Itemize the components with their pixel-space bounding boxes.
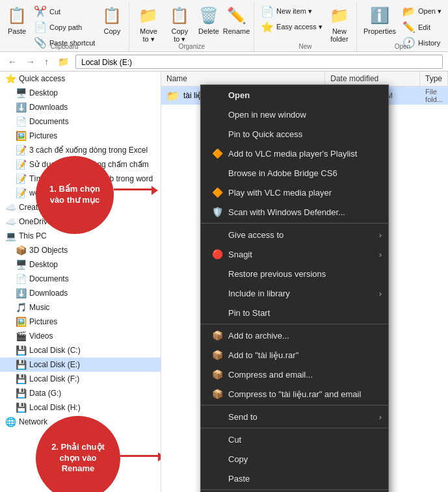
sidebar-item-music[interactable]: 🎵 Music: [0, 300, 161, 315]
delete-button[interactable]: 🗑️ Delete: [196, 4, 222, 36]
cm-item-add-tailieu-rar[interactable]: 📦Add to "tài liệu.rar": [201, 345, 388, 365]
properties-button[interactable]: ℹ️ Properties: [361, 4, 399, 36]
paste-label: Paste: [8, 27, 26, 35]
sidebar-item-pictures[interactable]: 🖼️ Pictures: [0, 129, 161, 143]
sidebar-icon-3d-objects: 📦: [16, 245, 27, 255]
cm-item-add-vlc[interactable]: 🔶Add to VLC media player's Playlist: [201, 144, 388, 163]
edit-button[interactable]: ✏️ Edit: [400, 19, 444, 34]
sidebar-label-local-c: Local Disk (C:): [29, 346, 81, 355]
cm-item-compress-tailieu-email[interactable]: 📦Compress to "tài liệu.rar" and email: [201, 384, 388, 404]
cm-item-open[interactable]: Open: [201, 85, 388, 105]
sidebar-label-excel-link: 3 cách để xuống dòng trong Excel: [29, 146, 148, 155]
easy-access-label: Easy access ▾: [276, 23, 323, 31]
cm-icon-play-vlc: 🔶: [211, 187, 223, 198]
open-button[interactable]: 📂 Open ▾: [400, 4, 444, 19]
sidebar-item-3d-objects[interactable]: 📦 3D Objects: [0, 243, 161, 257]
copy-button[interactable]: 📋 Copy: [99, 4, 125, 36]
cm-label-snagit: Snagit: [228, 250, 252, 259]
copy-to-button[interactable]: 📋 Copy to ▾: [165, 4, 194, 45]
cm-item-scan-defender[interactable]: 🛡️Scan with Windows Defender...: [201, 202, 388, 222]
cm-item-snagit[interactable]: 🔴Snagit›: [201, 244, 388, 264]
cut-icon: ✂️: [34, 5, 47, 18]
sidebar-icon-music: 🎵: [16, 302, 27, 313]
new-item-button[interactable]: 📄 New item ▾: [258, 4, 325, 19]
cm-item-paste[interactable]: Paste: [201, 469, 388, 488]
sidebar-item-documents2[interactable]: 📄 Documents: [0, 272, 161, 286]
sidebar-icon-documents2: 📄: [16, 274, 27, 284]
sidebar-label-downloads2: Downloads: [29, 289, 68, 298]
new-folder-label: New folder: [329, 27, 350, 43]
sidebar-item-downloads2[interactable]: ⬇️ Downloads: [0, 286, 161, 300]
rename-button[interactable]: ✏️ Rename: [223, 4, 250, 36]
cm-arrow-send-to: ›: [379, 412, 382, 422]
ribbon-group-open: ℹ️ Properties 📂 Open ▾ ✏️ Edit 🕐 History…: [357, 3, 448, 51]
callout-1-arrow: [114, 188, 153, 190]
new-folder-icon: 📁: [329, 5, 350, 26]
col-date-header[interactable]: Date modified: [325, 71, 420, 86]
cm-item-pin-start[interactable]: Pin to Start: [201, 303, 388, 322]
new-folder-button[interactable]: 📁 New folder: [326, 4, 352, 44]
sidebar-icon-downloads: ⬇️: [16, 102, 27, 112]
cm-item-browse-adobe[interactable]: Browse in Adobe Bridge CS6: [201, 163, 388, 183]
cm-icon-pin-start: [211, 307, 223, 318]
paste-button[interactable]: 📋 Paste: [4, 4, 30, 36]
cut-button[interactable]: ✂️ Cut: [31, 4, 98, 19]
sidebar-icon-local-e: 💾: [16, 359, 27, 370]
cm-item-add-archive[interactable]: 📦Add to archive...: [201, 326, 388, 345]
easy-access-icon: ⭐: [261, 21, 274, 33]
sidebar-icon-creative-cloud: ☁️: [5, 202, 16, 213]
sidebar-item-quick-access[interactable]: ⭐ Quick access: [0, 71, 161, 86]
sidebar-icon-downloads2: ⬇️: [16, 288, 27, 298]
sidebar-item-local-h[interactable]: 💾 Local Disk (H:): [0, 400, 161, 415]
open-label: Open ▾: [418, 7, 441, 16]
cm-item-copy[interactable]: Copy: [201, 449, 388, 469]
copy-path-button[interactable]: 📄 Copy path: [31, 19, 98, 34]
cm-item-pin-quick-access[interactable]: Pin to Quick access: [201, 124, 388, 144]
cm-item-send-to[interactable]: Send to›: [201, 407, 388, 426]
col-type-header[interactable]: Type: [420, 71, 448, 86]
cm-label-open-new-window: Open in new window: [228, 110, 306, 120]
clipboard-small-buttons: ✂️ Cut 📄 Copy path 📎 Paste shortcut: [31, 4, 98, 59]
callout-1: 1. Bấm chọn vào thư mục: [36, 156, 114, 234]
cm-item-cut[interactable]: Cut: [201, 430, 388, 449]
cm-item-compress-email[interactable]: 📦Compress and email...: [201, 365, 388, 384]
sidebar-label-music: Music: [29, 303, 49, 312]
sidebar-item-local-f[interactable]: 💾 Local Disk (F:): [0, 372, 161, 386]
left-panel: ⭐ Quick access🖥️ Desktop⬇️ Downloads📄 Do…: [0, 71, 161, 492]
sidebar-item-excel-link[interactable]: 📝 3 cách để xuống dòng trong Excel: [0, 143, 161, 157]
sidebar-item-local-c[interactable]: 💾 Local Disk (C:): [0, 343, 161, 357]
clipboard-group-label: Clipboard: [0, 43, 129, 50]
cm-icon-scan-defender: 🛡️: [211, 206, 223, 218]
sidebar-icon-network: 🌐: [5, 417, 16, 427]
sidebar-item-data-g[interactable]: 💾 Data (G:): [0, 386, 161, 400]
sidebar-icon-tab-word-link: 📝: [16, 174, 27, 184]
cm-item-open-new-window[interactable]: Open in new window: [201, 105, 388, 124]
sidebar-label-local-e: Local Disk (E:): [29, 360, 80, 369]
cm-item-restore-versions[interactable]: Restore previous versions: [201, 264, 388, 283]
sidebar-item-pictures2[interactable]: 🖼️ Pictures: [0, 315, 161, 329]
right-panel: Name Date modified Type 📁 tài liệu 10/01…: [161, 71, 448, 492]
cm-label-browse-adobe: Browse in Adobe Bridge CS6: [228, 168, 337, 178]
sidebar-icon-pictures2: 🖼️: [16, 317, 27, 327]
cm-item-play-vlc[interactable]: 🔶Play with VLC media player: [201, 183, 388, 202]
sidebar-item-desktop2[interactable]: 🖥️ Desktop: [0, 257, 161, 272]
sidebar-item-documents[interactable]: 📄 Documents: [0, 114, 161, 129]
sidebar-label-desktop2: Desktop: [29, 260, 58, 269]
sidebar-item-local-e[interactable]: 💾 Local Disk (E:): [0, 357, 161, 372]
cm-item-include-library[interactable]: Include in library›: [201, 283, 388, 303]
sidebar-icon-desktop: 🖥️: [16, 88, 27, 98]
cm-icon-snagit: 🔴: [211, 248, 223, 260]
col-name-header[interactable]: Name: [161, 71, 325, 86]
callout-1-text: 1. Bấm chọn vào thư mục: [42, 184, 107, 206]
sidebar-item-videos[interactable]: 🎬 Videos: [0, 329, 161, 343]
cm-item-give-access[interactable]: Give access to›: [201, 225, 388, 244]
cm-separator: [201, 428, 388, 428]
move-to-button[interactable]: 📁 Move to ▾: [133, 4, 163, 45]
sidebar-item-desktop[interactable]: 🖥️ Desktop: [0, 86, 161, 100]
callout-2-arrow: [120, 455, 159, 457]
sidebar-icon-local-h: 💾: [16, 402, 27, 413]
sidebar-icon-blog-link: 📝: [16, 188, 27, 198]
easy-access-button[interactable]: ⭐ Easy access ▾: [258, 19, 325, 34]
sidebar-item-downloads[interactable]: ⬇️ Downloads: [0, 100, 161, 114]
sidebar-label-local-f: Local Disk (F:): [29, 374, 79, 383]
